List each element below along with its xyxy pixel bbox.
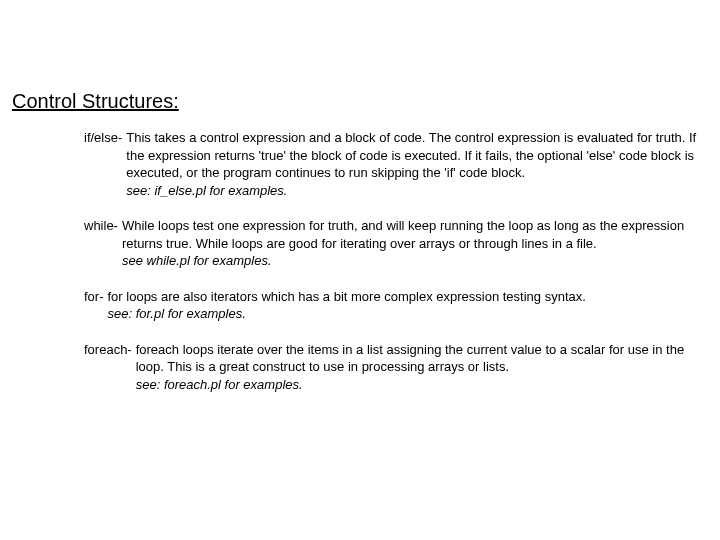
definition: This takes a control expression and a bl… — [122, 129, 708, 199]
term-label: for- — [84, 288, 104, 306]
entry-ifelse: if/else- This takes a control expression… — [84, 129, 708, 199]
entries-list: if/else- This takes a control expression… — [12, 129, 708, 394]
see-reference: see: for.pl for examples. — [108, 306, 246, 321]
slide-content: Control Structures: if/else- This takes … — [0, 0, 720, 394]
see-reference: see: foreach.pl for examples. — [136, 377, 303, 392]
see-reference: see: if_else.pl for examples. — [126, 183, 287, 198]
entry-foreach: foreach- foreach loops iterate over the … — [84, 341, 708, 394]
page-title: Control Structures: — [12, 90, 708, 113]
description-text: While loops test one expression for trut… — [122, 218, 684, 251]
term-label: if/else- — [84, 129, 122, 147]
definition: for loops are also iterators which has a… — [104, 288, 709, 323]
definition: foreach loops iterate over the items in … — [132, 341, 708, 394]
definition: While loops test one expression for trut… — [118, 217, 708, 270]
description-text: foreach loops iterate over the items in … — [136, 342, 684, 375]
term-label: while- — [84, 217, 118, 235]
description-text: for loops are also iterators which has a… — [108, 289, 586, 304]
term-label: foreach- — [84, 341, 132, 359]
entry-for: for- for loops are also iterators which … — [84, 288, 708, 323]
see-reference: see while.pl for examples. — [122, 253, 272, 268]
description-text: This takes a control expression and a bl… — [126, 130, 696, 180]
entry-while: while- While loops test one expression f… — [84, 217, 708, 270]
